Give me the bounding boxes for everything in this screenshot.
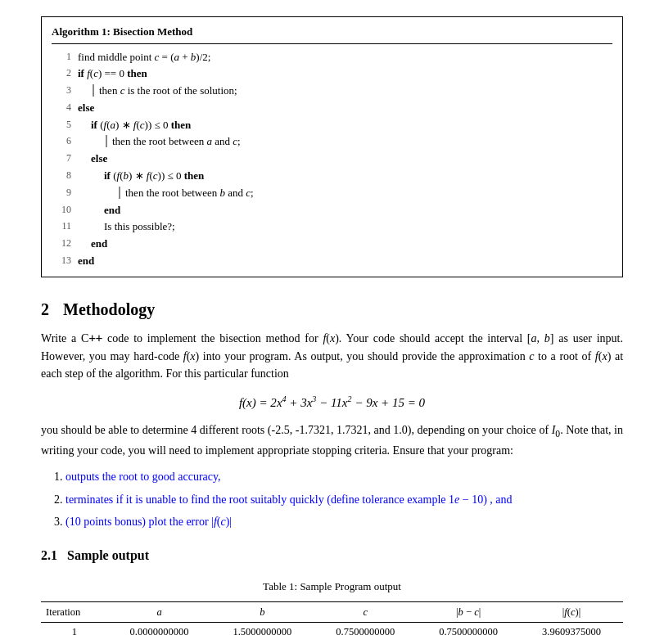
col-bc: |b − c| — [417, 601, 520, 623]
algorithm-title: Algorithm 1: Bisection Method — [52, 24, 612, 44]
table-cell: 0.7500000000 — [417, 623, 520, 642]
algo-line-num: 4 — [52, 100, 71, 117]
col-c: c — [314, 601, 417, 623]
algo-line-content: if f(c) == 0 then — [78, 65, 612, 83]
algo-line-3: 3 then c is the root of the solution; — [52, 83, 612, 100]
subsection21-header: 2.1 Sample output — [41, 546, 623, 565]
algo-line-num: 2 — [52, 65, 71, 83]
table-container: Table 1: Sample Program output Iteration… — [41, 579, 623, 644]
table-cell: 0.7500000000 — [314, 623, 417, 642]
algo-line-num: 1 — [52, 49, 71, 66]
algo-line-num: 3 — [52, 83, 71, 100]
algo-line-num: 11 — [52, 218, 71, 236]
algo-line-4: 4 else — [52, 100, 612, 117]
list-item-1: outputs the root to good accuracy, — [65, 468, 623, 486]
algo-line-content: Is this possible?; — [78, 218, 612, 236]
sample-output-table: Iteration a b c |b − c| |f(c)| 10.000000… — [41, 601, 623, 644]
algorithm-box: Algorithm 1: Bisection Method 1 find mid… — [41, 16, 623, 277]
table-row: 10.00000000001.50000000000.75000000000.7… — [41, 623, 623, 642]
algo-line-num: 5 — [52, 117, 71, 134]
algo-line-content: end — [78, 253, 612, 270]
algo-line-content: find middle point c = (a + b)/2; — [78, 49, 612, 66]
equation-display: f(x) = 2x4 + 3x3 − 11x2 − 9x + 15 = 0 — [41, 393, 623, 412]
algo-line-num: 13 — [52, 253, 71, 270]
section2-title: Methodology — [63, 300, 155, 318]
algo-line-13: 13 end — [52, 253, 612, 270]
section2-number: 2 — [41, 300, 49, 318]
table-header-row: Iteration a b c |b − c| |f(c)| — [41, 601, 623, 623]
algo-line-content: else — [78, 151, 612, 168]
table-cell: 1 — [41, 623, 108, 642]
subsection21-title: Sample output — [67, 548, 149, 562]
algo-line-7: 7 else — [52, 151, 612, 168]
algo-line-2: 2 if f(c) == 0 then — [52, 65, 612, 83]
col-iteration: Iteration — [41, 601, 108, 623]
algo-line-10: 10 end — [52, 202, 612, 219]
algo-line-content: then the root between b and c; — [78, 185, 612, 202]
subsection21-number: 2.1 — [41, 548, 57, 562]
algo-line-num: 10 — [52, 202, 71, 219]
list-item-3: (10 points bonus) plot the error |f(c)| — [65, 513, 623, 531]
col-fc: |f(c)| — [520, 601, 623, 623]
algo-line-num: 6 — [52, 133, 71, 151]
algo-line-6: 6 then the root between a and c; — [52, 133, 612, 151]
algo-line-num: 9 — [52, 185, 71, 202]
algo-line-content: if (f(a) ∗ f(c)) ≤ 0 then — [78, 117, 612, 134]
algo-line-content: end — [78, 202, 612, 219]
col-a: a — [108, 601, 211, 623]
algo-line-9: 9 then the root between b and c; — [52, 185, 612, 202]
algo-line-content: then c is the root of the solution; — [78, 83, 612, 100]
section2-header: 2 Methodology — [41, 297, 623, 322]
algo-line-5: 5 if (f(a) ∗ f(c)) ≤ 0 then — [52, 117, 612, 134]
table-caption: Table 1: Sample Program output — [41, 579, 623, 595]
algo-line-num: 7 — [52, 151, 71, 168]
algo-line-8: 8 if (f(b) ∗ f(c)) ≤ 0 then — [52, 168, 612, 185]
algo-line-content: if (f(b) ∗ f(c)) ≤ 0 then — [78, 168, 612, 185]
algo-line-content: then the root between a and c; — [78, 133, 612, 151]
algo-line-12: 12 end — [52, 236, 612, 253]
table-cell: 1.5000000000 — [210, 623, 314, 642]
section2-body2: you should be able to determine 4 differ… — [41, 421, 623, 460]
algo-line-content: end — [78, 236, 612, 253]
algo-line-num: 12 — [52, 236, 71, 253]
algo-line-content: else — [78, 100, 612, 117]
list-item-2: terminates if it is unable to find the r… — [65, 491, 623, 509]
table-cell: 3.9609375000 — [520, 623, 623, 642]
algo-line-1: 1 find middle point c = (a + b)/2; — [52, 49, 612, 66]
col-b: b — [210, 601, 314, 623]
section2-list: outputs the root to good accuracy, termi… — [65, 468, 623, 531]
algo-line-11: 11 Is this possible?; — [52, 218, 612, 236]
algo-line-num: 8 — [52, 168, 71, 185]
section2-body1: Write a C++ code to implement the bisect… — [41, 330, 623, 383]
table-cell: 0.0000000000 — [108, 623, 211, 642]
